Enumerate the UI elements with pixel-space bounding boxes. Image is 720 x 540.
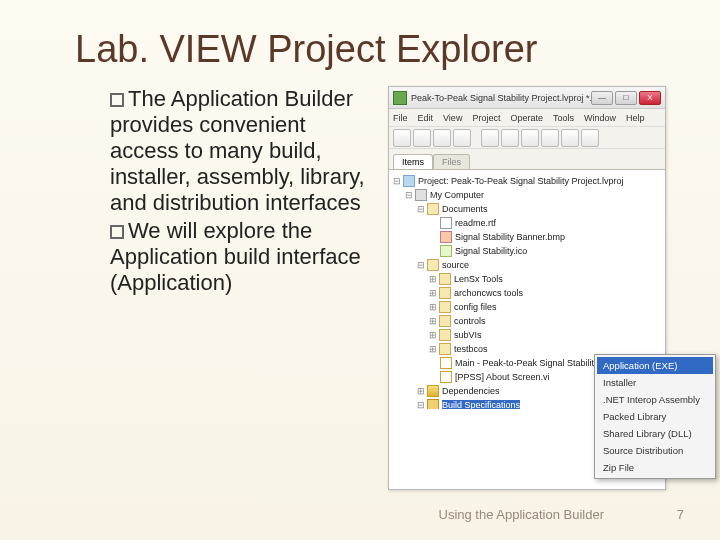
maximize-button[interactable]: □	[615, 91, 637, 105]
tree-label: Signal Stability.ico	[455, 246, 527, 256]
tree-node[interactable]: ⊟Documents	[391, 202, 663, 216]
tree-label: testbcos	[454, 344, 488, 354]
tree-label: My Computer	[430, 190, 484, 200]
menu-project[interactable]: Project	[472, 113, 500, 123]
toolbar-button[interactable]	[581, 129, 599, 147]
minimize-button[interactable]: —	[591, 91, 613, 105]
body-text: The Application Builder provides conveni…	[110, 86, 370, 298]
window-title: Peak-To-Peak Signal Stability Project.lv…	[411, 93, 591, 103]
tree-node[interactable]: ⊟My Computer	[391, 188, 663, 202]
toolbar-button[interactable]	[561, 129, 579, 147]
page-number: 7	[677, 507, 684, 522]
tree-node[interactable]: Signal Stability.ico	[391, 244, 663, 258]
tree-label: archoncwcs tools	[454, 288, 523, 298]
tree-node[interactable]: readme.rtf	[391, 216, 663, 230]
bullet-text: The Application Builder provides conveni…	[110, 86, 365, 215]
tree-node[interactable]: ⊟source	[391, 258, 663, 272]
tree-label: Signal Stability Banner.bmp	[455, 232, 565, 242]
tree-label: Main - Peak-to-Peak Signal Stability.vi	[455, 358, 607, 368]
tree-label: readme.rtf	[455, 218, 496, 228]
bullet-item: We will explore the Application build in…	[110, 218, 370, 296]
context-menu: Application (EXE) Installer .NET Interop…	[594, 354, 716, 479]
dependencies-icon	[427, 385, 439, 397]
slide-title: Lab. VIEW Project Explorer	[75, 28, 538, 71]
tree-root[interactable]: ⊟Project: Peak-To-Peak Signal Stability …	[391, 174, 663, 188]
folder-icon	[427, 259, 439, 271]
context-item-zip[interactable]: Zip File	[597, 459, 713, 476]
context-item-application[interactable]: Application (EXE)	[597, 357, 713, 374]
tree-label: Project: Peak-To-Peak Signal Stability P…	[418, 176, 624, 186]
menu-window[interactable]: Window	[584, 113, 616, 123]
tree-label-selected: Build Specifications	[442, 400, 520, 409]
app-icon	[393, 91, 407, 105]
buildspec-icon	[427, 399, 439, 409]
folder-icon	[439, 287, 451, 299]
tree-label: Dependencies	[442, 386, 500, 396]
tree-label: LenSx Tools	[454, 274, 503, 284]
folder-icon	[439, 343, 451, 355]
menu-edit[interactable]: Edit	[418, 113, 434, 123]
vi-icon	[440, 371, 452, 383]
file-icon	[440, 231, 452, 243]
bullet-icon	[110, 93, 124, 107]
folder-icon	[439, 315, 451, 327]
toolbar-button[interactable]	[433, 129, 451, 147]
toolbar-button[interactable]	[481, 129, 499, 147]
menu-operate[interactable]: Operate	[510, 113, 543, 123]
file-icon	[440, 245, 452, 257]
footer-text: Using the Application Builder	[439, 507, 605, 522]
menubar: File Edit View Project Operate Tools Win…	[389, 109, 665, 127]
computer-icon	[415, 189, 427, 201]
folder-icon	[439, 273, 451, 285]
tree-label: source	[442, 260, 469, 270]
folder-icon	[427, 203, 439, 215]
tree-node[interactable]: ⊞controls	[391, 314, 663, 328]
tree-label: [PPSS] About Screen.vi	[455, 372, 550, 382]
titlebar: Peak-To-Peak Signal Stability Project.lv…	[389, 87, 665, 109]
menu-help[interactable]: Help	[626, 113, 645, 123]
tree-label: Documents	[442, 204, 488, 214]
project-icon	[403, 175, 415, 187]
menu-tools[interactable]: Tools	[553, 113, 574, 123]
tree-node[interactable]: ⊞subVIs	[391, 328, 663, 342]
bullet-item: The Application Builder provides conveni…	[110, 86, 370, 216]
tree-label: subVIs	[454, 330, 482, 340]
tree-label: controls	[454, 316, 486, 326]
context-item-packed[interactable]: Packed Library	[597, 408, 713, 425]
context-item-installer[interactable]: Installer	[597, 374, 713, 391]
toolbar-button[interactable]	[521, 129, 539, 147]
toolbar-button[interactable]	[453, 129, 471, 147]
tree-node[interactable]: ⊞archoncwcs tools	[391, 286, 663, 300]
tree-node[interactable]: ⊞config files	[391, 300, 663, 314]
toolbar-button[interactable]	[541, 129, 559, 147]
close-button[interactable]: X	[639, 91, 661, 105]
slide: Lab. VIEW Project Explorer The Applicati…	[0, 0, 720, 540]
tree-node[interactable]: Signal Stability Banner.bmp	[391, 230, 663, 244]
menu-file[interactable]: File	[393, 113, 408, 123]
bullet-icon	[110, 225, 124, 239]
toolbar-button[interactable]	[393, 129, 411, 147]
toolbar-button[interactable]	[501, 129, 519, 147]
toolbar	[389, 127, 665, 149]
folder-icon	[439, 329, 451, 341]
window-buttons: — □ X	[591, 91, 661, 105]
tree-label: config files	[454, 302, 497, 312]
tab-row: Items Files	[389, 149, 665, 169]
file-icon	[440, 217, 452, 229]
bullet-text: We will explore the Application build in…	[110, 218, 361, 295]
tree-node[interactable]: ⊞LenSx Tools	[391, 272, 663, 286]
context-item-dotnet[interactable]: .NET Interop Assembly	[597, 391, 713, 408]
tab-files[interactable]: Files	[433, 154, 470, 169]
menu-view[interactable]: View	[443, 113, 462, 123]
vi-icon	[440, 357, 452, 369]
context-item-source[interactable]: Source Distribution	[597, 442, 713, 459]
context-item-dll[interactable]: Shared Library (DLL)	[597, 425, 713, 442]
folder-icon	[439, 301, 451, 313]
toolbar-button[interactable]	[413, 129, 431, 147]
tab-items[interactable]: Items	[393, 154, 433, 169]
